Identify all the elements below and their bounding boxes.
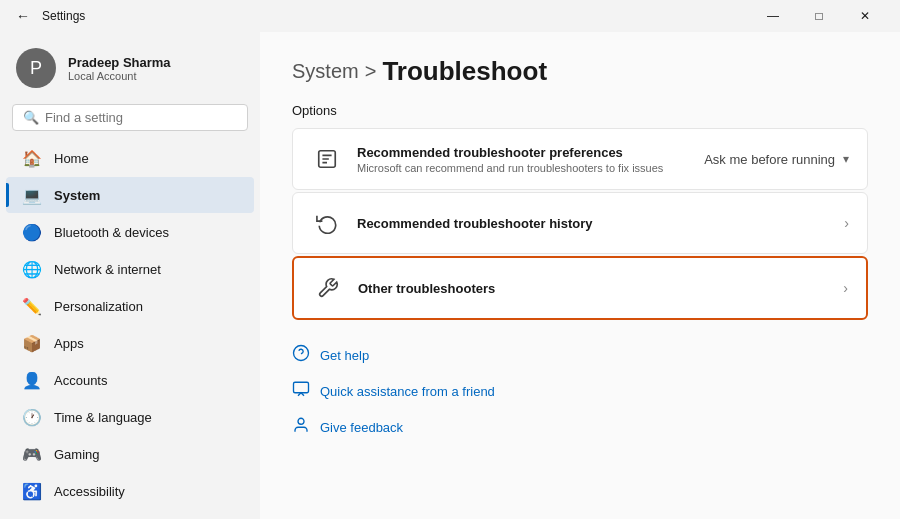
breadcrumb: System > Troubleshoot — [292, 56, 868, 87]
sidebar-item-system[interactable]: 💻 System — [6, 177, 254, 213]
card-right-recommended-history: › — [844, 215, 849, 231]
sidebar-item-time[interactable]: 🕐 Time & language — [6, 399, 254, 435]
links-section: Get help Quick assistance from a friend … — [292, 340, 868, 442]
nav-label-accessibility: Accessibility — [54, 484, 125, 499]
breadcrumb-parent[interactable]: System — [292, 60, 359, 83]
accounts-icon: 👤 — [22, 370, 42, 390]
sidebar-item-network[interactable]: 🌐 Network & internet — [6, 251, 254, 287]
svg-rect-3 — [294, 382, 309, 393]
nav-label-apps: Apps — [54, 336, 84, 351]
nav-label-personalization: Personalization — [54, 299, 143, 314]
card-text-recommended-prefs: Recommended troubleshooter preferences M… — [357, 145, 704, 174]
titlebar-controls: — □ ✕ — [750, 0, 888, 32]
nav-label-network: Network & internet — [54, 262, 161, 277]
section-label: Options — [292, 103, 868, 118]
user-profile[interactable]: P Pradeep Sharma Local Account — [0, 32, 260, 100]
search-input[interactable] — [45, 110, 237, 125]
card-right-text: Ask me before running — [704, 152, 835, 167]
titlebar: ← Settings — □ ✕ — [0, 0, 900, 32]
svg-point-4 — [298, 418, 304, 424]
link-get-help[interactable]: Get help — [292, 340, 868, 370]
svg-point-1 — [294, 346, 309, 361]
sidebar-item-bluetooth[interactable]: 🔵 Bluetooth & devices — [6, 214, 254, 250]
link-feedback[interactable]: Give feedback — [292, 412, 868, 442]
sidebar-item-gaming[interactable]: 🎮 Gaming — [6, 436, 254, 472]
sidebar-item-accounts[interactable]: 👤 Accounts — [6, 362, 254, 398]
user-info: Pradeep Sharma Local Account — [68, 55, 171, 82]
breadcrumb-current: Troubleshoot — [382, 56, 547, 87]
link-quick-assist[interactable]: Quick assistance from a friend — [292, 376, 868, 406]
titlebar-left: ← Settings — [12, 6, 85, 26]
card-title-recommended-history: Recommended troubleshooter history — [357, 216, 844, 231]
avatar: P — [16, 48, 56, 88]
search-box[interactable]: 🔍 — [12, 104, 248, 131]
system-icon: 💻 — [22, 185, 42, 205]
nav-label-bluetooth: Bluetooth & devices — [54, 225, 169, 240]
sidebar-nav: 🏠 Home 💻 System 🔵 Bluetooth & devices 🌐 … — [0, 139, 260, 510]
feedback-icon — [292, 416, 310, 438]
breadcrumb-separator: > — [365, 60, 377, 83]
card-title-recommended-prefs: Recommended troubleshooter preferences — [357, 145, 704, 160]
card-list: Recommended troubleshooter preferences M… — [292, 128, 868, 320]
apps-icon: 📦 — [22, 333, 42, 353]
card-title-other-troubleshooters: Other troubleshooters — [358, 281, 843, 296]
nav-label-gaming: Gaming — [54, 447, 100, 462]
card-icon-recommended-history — [311, 207, 343, 239]
chevron-right-icon: › — [843, 280, 848, 296]
personalization-icon: ✏️ — [22, 296, 42, 316]
quick-assist-icon — [292, 380, 310, 402]
maximize-button[interactable]: □ — [796, 0, 842, 32]
minimize-button[interactable]: — — [750, 0, 796, 32]
gaming-icon: 🎮 — [22, 444, 42, 464]
card-right-other-troubleshooters: › — [843, 280, 848, 296]
search-icon: 🔍 — [23, 110, 39, 125]
card-icon-other-troubleshooters — [312, 272, 344, 304]
card-other-troubleshooters[interactable]: Other troubleshooters › — [292, 256, 868, 320]
back-button[interactable]: ← — [12, 6, 34, 26]
network-icon: 🌐 — [22, 259, 42, 279]
nav-label-time: Time & language — [54, 410, 152, 425]
link-label-feedback: Give feedback — [320, 420, 403, 435]
accessibility-icon: ♿ — [22, 481, 42, 501]
card-recommended-prefs[interactable]: Recommended troubleshooter preferences M… — [292, 128, 868, 190]
bluetooth-icon: 🔵 — [22, 222, 42, 242]
card-icon-recommended-prefs — [311, 143, 343, 175]
card-recommended-history[interactable]: Recommended troubleshooter history › — [292, 192, 868, 254]
card-text-recommended-history: Recommended troubleshooter history — [357, 216, 844, 231]
home-icon: 🏠 — [22, 148, 42, 168]
card-sub-recommended-prefs: Microsoft can recommend and run troubles… — [357, 162, 704, 174]
card-text-other-troubleshooters: Other troubleshooters — [358, 281, 843, 296]
nav-label-system: System — [54, 188, 100, 203]
chevron-right-icon: › — [844, 215, 849, 231]
nav-label-accounts: Accounts — [54, 373, 107, 388]
user-name: Pradeep Sharma — [68, 55, 171, 70]
link-label-get-help: Get help — [320, 348, 369, 363]
time-icon: 🕐 — [22, 407, 42, 427]
card-right-recommended-prefs: Ask me before running ▾ — [704, 152, 849, 167]
user-sub: Local Account — [68, 70, 171, 82]
app-body: P Pradeep Sharma Local Account 🔍 🏠 Home … — [0, 32, 900, 519]
get-help-icon — [292, 344, 310, 366]
dropdown-chevron-icon: ▾ — [843, 152, 849, 166]
nav-label-home: Home — [54, 151, 89, 166]
sidebar-item-personalization[interactable]: ✏️ Personalization — [6, 288, 254, 324]
sidebar: P Pradeep Sharma Local Account 🔍 🏠 Home … — [0, 32, 260, 519]
link-label-quick-assist: Quick assistance from a friend — [320, 384, 495, 399]
sidebar-item-accessibility[interactable]: ♿ Accessibility — [6, 473, 254, 509]
close-button[interactable]: ✕ — [842, 0, 888, 32]
main-content: System > Troubleshoot Options Recommende… — [260, 32, 900, 519]
sidebar-item-home[interactable]: 🏠 Home — [6, 140, 254, 176]
sidebar-item-apps[interactable]: 📦 Apps — [6, 325, 254, 361]
titlebar-title: Settings — [42, 9, 85, 23]
